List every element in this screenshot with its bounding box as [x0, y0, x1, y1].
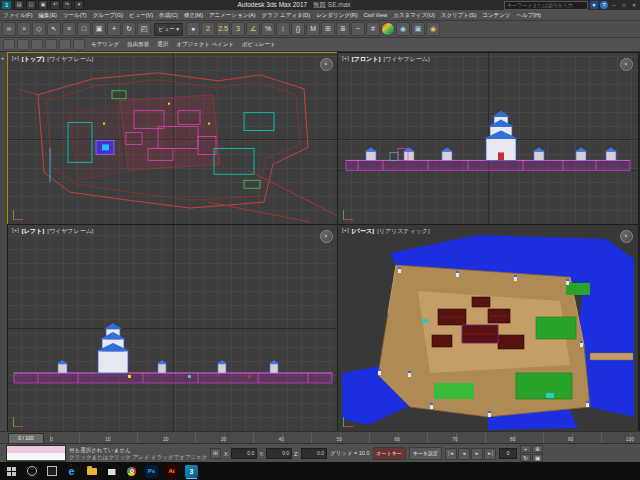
- viewport-nav-button[interactable]: ↻: [520, 454, 531, 462]
- menu-item[interactable]: ビュー(V): [126, 12, 156, 19]
- menu-item[interactable]: レンダリング(R): [313, 12, 360, 19]
- toolbar-icon[interactable]: ▣: [411, 22, 425, 36]
- toolbar-icon[interactable]: ↕: [276, 22, 290, 36]
- menu-item[interactable]: ツール(T): [60, 12, 90, 19]
- menu-item[interactable]: アニメーション(A): [206, 12, 259, 19]
- viewport-left[interactable]: [+] [レフト] [ワイヤフレーム]: [7, 224, 339, 432]
- close-button[interactable]: ✕: [630, 1, 638, 9]
- ribbon-tab[interactable]: オブジェクト ペイント: [172, 41, 238, 48]
- toolbar-icon[interactable]: □: [77, 22, 91, 36]
- taskbar-edge[interactable]: e: [63, 463, 80, 479]
- toolbar-icon[interactable]: M: [306, 22, 320, 36]
- taskbar-illustrator[interactable]: Ai: [163, 463, 180, 479]
- time-slider-thumb[interactable]: 0 / 100: [8, 433, 44, 444]
- menu-item[interactable]: 編集(E): [36, 12, 60, 19]
- qat-icon[interactable]: ↶: [50, 0, 60, 10]
- app-logo-icon[interactable]: 3: [2, 1, 11, 9]
- toolbar-icon[interactable]: %: [261, 22, 275, 36]
- qat-icon[interactable]: ▣: [38, 0, 48, 10]
- toolbar-icon[interactable]: #: [366, 22, 380, 36]
- listener-macro-row[interactable]: [7, 446, 65, 453]
- viewcube-home-icon[interactable]: [320, 58, 333, 71]
- toolbar-icon[interactable]: 3: [231, 22, 245, 36]
- menu-item[interactable]: スクリプト(S): [438, 12, 479, 19]
- transport-button[interactable]: ◄: [458, 448, 470, 460]
- toolbar-icon[interactable]: ◉: [426, 22, 440, 36]
- viewport-shading[interactable]: [ワイヤフレーム]: [383, 55, 429, 64]
- toolbar-icon[interactable]: ≡: [62, 22, 76, 36]
- taskbar-chrome[interactable]: [123, 463, 140, 479]
- viewport-nav-button[interactable]: ▣: [532, 454, 543, 462]
- taskbar-search-button[interactable]: [23, 463, 40, 479]
- left-viewport-canvas[interactable]: [8, 225, 338, 431]
- menu-item[interactable]: ヘルプ(H): [513, 12, 544, 19]
- task-view-button[interactable]: [43, 463, 60, 479]
- track-bar[interactable]: 0102030405060708090100: [50, 433, 634, 444]
- viewport-nav-button[interactable]: ⊕: [532, 445, 543, 453]
- toolbar-icon[interactable]: ●: [186, 22, 200, 36]
- taskbar-photoshop[interactable]: Ps: [143, 463, 160, 479]
- toolbar-icon[interactable]: ≣: [336, 22, 350, 36]
- menu-item[interactable]: Civil View: [361, 12, 391, 18]
- z-coordinate-field[interactable]: 0.0: [301, 448, 327, 459]
- toolbar-icon[interactable]: [381, 22, 395, 36]
- viewport-name[interactable]: [パース]: [352, 227, 374, 236]
- infocenter-search-input[interactable]: [504, 1, 588, 10]
- viewport-name[interactable]: [フロント]: [352, 55, 381, 64]
- help-icon[interactable]: ?: [600, 1, 608, 9]
- minimize-button[interactable]: ─: [610, 1, 618, 9]
- taskbar-3dsmax[interactable]: 3: [183, 463, 200, 479]
- viewport-shading[interactable]: [ワイヤフレーム]: [47, 55, 93, 64]
- toolbar-icon[interactable]: ∠: [246, 22, 260, 36]
- taskbar-file-explorer[interactable]: [83, 463, 100, 479]
- qat-icon[interactable]: ↷: [62, 0, 72, 10]
- ribbon-tab[interactable]: 選択: [153, 41, 172, 48]
- toolbar-icon[interactable]: 2: [201, 22, 215, 36]
- front-viewport-canvas[interactable]: [338, 53, 638, 224]
- menu-item[interactable]: カスタマイズ(U): [390, 12, 437, 19]
- start-button[interactable]: [3, 463, 20, 479]
- top-viewport-canvas[interactable]: [8, 53, 338, 224]
- selection-lock-icon[interactable]: ⊞: [210, 448, 221, 459]
- toolbar-icon[interactable]: {}: [291, 22, 305, 36]
- viewport-front[interactable]: [+] [フロント] [ワイヤフレーム]: [337, 52, 639, 225]
- toolbar-icon[interactable]: ↻: [122, 22, 136, 36]
- current-frame-field[interactable]: 0: [499, 448, 517, 459]
- ribbon-tab[interactable]: ポピュレート: [238, 41, 280, 48]
- viewport-menu-plus[interactable]: [+]: [12, 55, 19, 64]
- perspective-viewport-canvas[interactable]: [338, 225, 638, 431]
- signin-icon[interactable]: ▾: [590, 1, 598, 9]
- viewport-name[interactable]: [レフト]: [22, 227, 44, 236]
- transport-button[interactable]: ►|: [484, 448, 496, 460]
- toolbar-icon[interactable]: ◇: [32, 22, 46, 36]
- viewport-name[interactable]: [トップ]: [22, 55, 44, 64]
- transport-button[interactable]: ►: [471, 448, 483, 460]
- viewport-menu-plus[interactable]: [+]: [342, 227, 349, 236]
- toolbar-icon[interactable]: ↖: [47, 22, 61, 36]
- menu-item[interactable]: 修正(M): [181, 12, 206, 19]
- y-coordinate-field[interactable]: 0.0: [266, 448, 292, 459]
- ribbon-tab[interactable]: モデリング: [87, 41, 123, 48]
- menu-item[interactable]: ファイル(F): [0, 12, 36, 19]
- maximize-button[interactable]: □: [620, 1, 628, 9]
- qat-icon[interactable]: ◱: [26, 0, 36, 10]
- viewcube-home-icon[interactable]: [320, 230, 333, 243]
- ribbon-icon[interactable]: [73, 39, 85, 50]
- x-coordinate-field[interactable]: 0.0: [231, 448, 257, 459]
- toolbar-icon[interactable]: ⊞: [321, 22, 335, 36]
- viewport-nav-button[interactable]: +: [520, 445, 531, 453]
- ribbon-icon[interactable]: [45, 39, 57, 50]
- auto-key-button[interactable]: オートキー: [373, 447, 406, 460]
- menu-item[interactable]: コンテンツ: [479, 12, 513, 19]
- ribbon-icon[interactable]: [31, 39, 43, 50]
- qat-icon[interactable]: ▾: [74, 0, 84, 10]
- listener-script-row[interactable]: [7, 453, 65, 460]
- ribbon-icon[interactable]: [17, 39, 29, 50]
- reference-coordinate-dropdown[interactable]: ビュー ▾: [154, 23, 183, 36]
- viewport-top[interactable]: [+] [トップ] [ワイヤフレーム]: [7, 52, 339, 225]
- ribbon-icon[interactable]: [3, 39, 15, 50]
- viewcube-home-icon[interactable]: [620, 58, 633, 71]
- ribbon-tab[interactable]: 自由形状: [123, 41, 153, 48]
- menu-item[interactable]: 作成(C): [156, 12, 181, 19]
- toolbar-icon[interactable]: ◰: [137, 22, 151, 36]
